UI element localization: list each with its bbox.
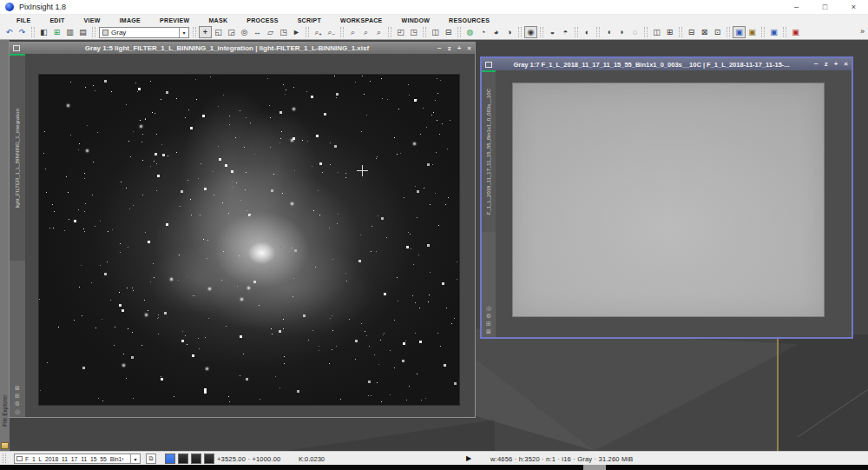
readout-swatch-1[interactable] (178, 453, 188, 464)
iconize-button[interactable]: − (437, 45, 442, 52)
close-window-button[interactable]: × (844, 61, 848, 68)
display-mode-combo[interactable]: Gray▾ (99, 27, 189, 38)
edge-zoom-icon[interactable]: ⊞ (486, 321, 491, 327)
shade-button[interactable]: z (448, 45, 451, 52)
readout-swatch-2[interactable] (191, 453, 201, 464)
os-titlebar[interactable]: PixInsight 1.8 –□× (0, 0, 868, 15)
flat-view-tab[interactable]: F_1_L_2018_11_17_11_15_55_Bin1x1_0_003s_… (482, 70, 496, 232)
readout-swatch-3[interactable] (204, 453, 214, 464)
zoom-in-icon[interactable]: ⌕₊ (312, 26, 325, 38)
prev-window-icon[interactable]: ◫ (650, 26, 663, 38)
menu-view[interactable]: VIEW (75, 17, 110, 23)
integration-window-titlebar[interactable]: Gray 1:5 light_FILTER_1_L_BINNING_1_inte… (10, 43, 475, 54)
expand-window-icon[interactable]: ⊟ (442, 26, 455, 38)
bottom-strip (0, 465, 868, 470)
pan-mode-icon[interactable]: + (199, 26, 212, 38)
tile-windows-icon[interactable]: ◫ (429, 26, 442, 38)
edge-close-icon[interactable]: ⊠ (15, 385, 20, 391)
histogram-icon[interactable]: ▥ (63, 26, 76, 38)
process-play-button[interactable]: ▶ (466, 454, 471, 462)
scroll-mode-icon[interactable]: ↔ (251, 26, 264, 38)
select-mode-icon[interactable]: ► (290, 26, 303, 38)
mask-edit-icon[interactable]: ◔ (477, 26, 490, 38)
flat-side-tabbar: F_1_L_2018_11_17_11_15_55_Bin1x1_0_003s_… (482, 70, 496, 337)
shade-button[interactable]: z (825, 61, 828, 68)
combo-dropdown-arrow-icon[interactable]: ▾ (130, 454, 140, 463)
center-image-icon[interactable]: ◎ (238, 26, 251, 38)
next-window-icon[interactable]: ⊞ (663, 26, 676, 38)
edge-settings-icon[interactable]: ⚙ (486, 313, 491, 319)
combo-dropdown-arrow-icon[interactable]: ▾ (179, 28, 188, 37)
screen-amber-icon[interactable]: ▣ (746, 26, 759, 38)
undo-icon[interactable]: ↶ (3, 26, 16, 38)
edge-track-icon[interactable]: ◎ (486, 305, 491, 311)
fit-view-icon[interactable]: ◱ (212, 26, 225, 38)
os-minimize-button[interactable]: – (782, 0, 811, 14)
screen-primary-icon[interactable]: ▣ (733, 26, 746, 38)
new-preview-icon[interactable]: ▱ (264, 26, 277, 38)
menu-resources[interactable]: RESOURCES (439, 17, 499, 23)
menu-preview[interactable]: PREVIEW (150, 17, 199, 23)
mask-next-icon[interactable]: ◗ (615, 26, 628, 38)
close-window-button[interactable]: × (467, 45, 471, 52)
menu-mask[interactable]: MASK (199, 17, 237, 23)
menu-process[interactable]: PROCESS (237, 17, 287, 23)
mask-show-icon[interactable]: ◉ (524, 26, 537, 38)
duplicate-view-button[interactable]: ⧉ (146, 453, 156, 464)
menu-edit[interactable]: EDIT (40, 17, 74, 23)
auto-stretch-icon[interactable]: ⊞ (50, 26, 63, 38)
view-selector-combo[interactable]: F_1_L_2018_11_17_11_15_55_Bin1› ▾ (14, 453, 141, 464)
menu-image[interactable]: IMAGE (110, 17, 150, 23)
snapshot-icon[interactable]: ◳ (407, 26, 420, 38)
mask-remove-icon[interactable]: ◌ (628, 26, 641, 38)
window-icon (13, 45, 20, 51)
screen-secondary-icon[interactable]: ▣ (767, 26, 780, 38)
mask-invert-icon[interactable]: ◑ (503, 26, 516, 38)
mask-toggle-icon[interactable]: ◐ (581, 26, 594, 38)
mask-select-a-icon[interactable]: ◒ (546, 26, 559, 38)
os-window-controls: –□× (782, 0, 868, 14)
arrange-tile-icon[interactable]: ⊡ (711, 26, 724, 38)
folder-icon[interactable] (1, 442, 9, 449)
statusbar-drag-handle[interactable] (3, 453, 6, 463)
fit-screen-icon[interactable]: ◰ (394, 26, 407, 38)
mask-select-b-icon[interactable]: ◓ (559, 26, 572, 38)
integration-view-tab[interactable]: light_FILTER_1_L_BINNING_1_integration (10, 54, 25, 261)
zoom-window-button[interactable]: + (834, 61, 838, 68)
zoom-optimal-icon[interactable]: ⌕ (372, 26, 385, 38)
arrange-cascade-icon[interactable]: ⊠ (698, 26, 711, 38)
zoom-window-button[interactable]: + (457, 45, 462, 52)
iconize-button[interactable]: − (814, 61, 819, 68)
mask-enable-icon[interactable]: ◕ (490, 26, 503, 38)
galaxy-image[interactable] (39, 75, 459, 405)
edge-track-icon[interactable]: ◎ (15, 408, 20, 414)
os-maximize-button[interactable]: □ (811, 0, 839, 14)
zoom-to-fit-icon[interactable]: ⌕ (359, 26, 372, 38)
arrange-horizontal-icon[interactable]: ⊟ (685, 26, 698, 38)
mask-prev-icon[interactable]: ◖ (602, 26, 615, 38)
zoom-out-icon[interactable]: ⌕₋ (325, 26, 338, 38)
redo-icon[interactable]: ↷ (16, 26, 29, 38)
edge-close-icon[interactable]: ⊠ (486, 328, 491, 334)
fit-window-icon[interactable]: ◲ (225, 26, 238, 38)
screen-disable-icon[interactable]: ▣ (789, 26, 802, 38)
toolbar-overflow-chevron[interactable]: » (860, 27, 865, 36)
screen-transfer-icon[interactable]: ◧ (37, 26, 50, 38)
flat-field-image[interactable] (512, 83, 825, 317)
mask-new-icon[interactable]: ◍ (464, 26, 477, 38)
readout-swatch-0[interactable] (165, 453, 175, 464)
histogram-clip-icon[interactable]: ▤ (76, 26, 89, 38)
gray-mode-icon (102, 30, 108, 36)
zoom-1-1-icon[interactable]: ⌕ (346, 26, 359, 38)
menu-file[interactable]: FILE (7, 17, 40, 23)
menu-window[interactable]: WINDOW (392, 17, 440, 23)
edge-zoom-icon[interactable]: ⊞ (15, 393, 20, 399)
menu-script[interactable]: SCRIPT (288, 17, 331, 23)
flat-window-titlebar[interactable]: Gray 1:7 F_1_L_2018_11_17_11_15_55_Bin1x… (482, 58, 852, 70)
menu-workspace[interactable]: WORKSPACE (331, 17, 391, 23)
os-close-button[interactable]: × (839, 0, 868, 14)
edit-preview-icon[interactable]: ◳ (277, 26, 290, 38)
toolbar-separator (457, 27, 461, 37)
edge-settings-icon[interactable]: ⚙ (15, 400, 20, 407)
display-mode-label: Gray (111, 29, 179, 36)
